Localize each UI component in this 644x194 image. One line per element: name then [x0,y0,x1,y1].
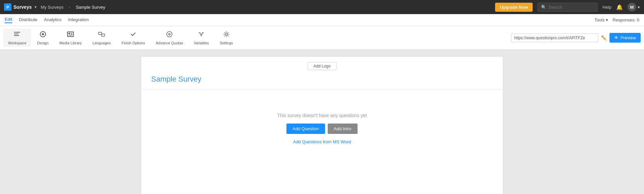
toolbar-languages[interactable]: Languages [88,29,115,47]
svg-point-4 [42,33,44,35]
add-question-button[interactable]: Add Question [286,124,325,134]
settings-icon [223,31,230,40]
upgrade-now-button[interactable]: Upgrade Now [495,3,533,12]
toolbar-design[interactable]: Design [33,29,53,47]
responses-count: Responses: 0 [613,17,640,22]
toolbar-settings[interactable]: Settings [215,29,238,47]
svg-rect-1 [14,34,18,34]
toolbar-advance-quotas[interactable]: Advance Quotas [151,29,187,47]
edit-url-button[interactable]: ✏️ [601,35,607,41]
eye-icon: 👁 [614,35,619,40]
design-label: Design [37,41,49,45]
languages-icon [98,31,105,40]
design-icon [39,31,47,40]
top-navigation: P Surveys ▼ My Surveys › Sample Survey U… [0,0,644,14]
user-menu[interactable]: M ▾ [628,3,640,11]
add-from-ms-word-link[interactable]: Add Questions from MS Word [293,139,351,144]
svg-rect-11 [102,34,105,36]
media-library-label: Media Library [59,41,82,45]
search-icon: 🔍 [541,5,546,10]
survey-url-input[interactable] [511,34,598,42]
survey-container: Add Logo Sample Survey This survey doesn… [141,56,503,194]
toolbar-media-library[interactable]: Media Library [55,29,87,47]
preview-button[interactable]: 👁 Preview [609,33,641,43]
workspace-label: Workspace [8,41,26,45]
tools-dropdown-icon: ▾ [606,17,608,22]
preview-label: Preview [621,35,636,40]
settings-label: Settings [220,41,233,45]
user-avatar[interactable]: M [628,3,636,11]
breadcrumb-current-survey: Sample Survey [76,5,105,10]
add-intro-button[interactable]: Add Intro [328,124,358,134]
bell-icon[interactable]: 🔔 [616,4,623,10]
app-logo[interactable]: P Surveys ▼ [4,3,37,11]
toolbar-variables[interactable]: Variables [189,29,214,47]
languages-label: Languages [93,41,111,45]
finish-options-icon [129,31,137,40]
survey-header: Add Logo Sample Survey [141,57,503,89]
svg-point-13 [167,32,172,37]
advance-quotas-label: Advance Quotas [156,41,183,45]
nav-integration[interactable]: Integration [68,17,89,23]
advance-quotas-icon [166,31,173,40]
svg-rect-6 [68,33,70,34]
nav-analytics[interactable]: Analytics [44,17,61,23]
svg-rect-2 [14,35,19,36]
app-dropdown-icon[interactable]: ▼ [34,5,37,9]
variables-icon [198,31,205,40]
second-navigation: Edit Distribute Analytics Integration To… [0,14,644,26]
breadcrumb-separator: › [69,5,70,10]
user-dropdown-icon[interactable]: ▾ [638,5,640,10]
svg-point-15 [225,33,227,35]
add-logo-button[interactable]: Add Logo [308,62,336,70]
search-box[interactable]: 🔍 [537,3,598,12]
svg-rect-5 [67,32,73,37]
media-library-icon [67,31,74,40]
finish-options-label: Finish Options [121,41,145,45]
variables-label: Variables [194,41,209,45]
second-nav-right: Tools ▾ Responses: 0 [594,17,639,22]
tools-button[interactable]: Tools ▾ [594,17,608,22]
toolbar-finish-options[interactable]: Finish Options [117,29,150,47]
empty-survey-message: This survey doesn't have any questions y… [277,113,367,118]
action-buttons: Add Question Add Intro [286,124,358,134]
toolbar: Workspace Design Media Library [0,26,644,50]
main-content: Add Logo Sample Survey This survey doesn… [0,50,644,194]
svg-rect-14 [199,34,204,34]
tools-label: Tools [594,17,604,22]
toolbar-workspace[interactable]: Workspace [3,29,31,47]
survey-body: This survey doesn't have any questions y… [141,89,503,158]
toolbar-right-section: ✏️ 👁 Preview [511,33,641,43]
search-input[interactable] [548,5,594,10]
svg-rect-10 [99,32,102,35]
breadcrumb-my-surveys[interactable]: My Surveys [41,5,63,10]
help-link[interactable]: Help [602,5,611,10]
nav-distribute[interactable]: Distribute [19,17,37,23]
svg-rect-0 [14,32,20,33]
nav-edit[interactable]: Edit [5,17,12,23]
top-nav-right: Upgrade Now 🔍 Help 🔔 M ▾ [495,3,640,12]
logo-p-icon: P [4,3,11,11]
survey-title: Sample Survey [151,75,201,84]
workspace-icon [13,31,21,40]
app-name: Surveys [13,4,32,10]
